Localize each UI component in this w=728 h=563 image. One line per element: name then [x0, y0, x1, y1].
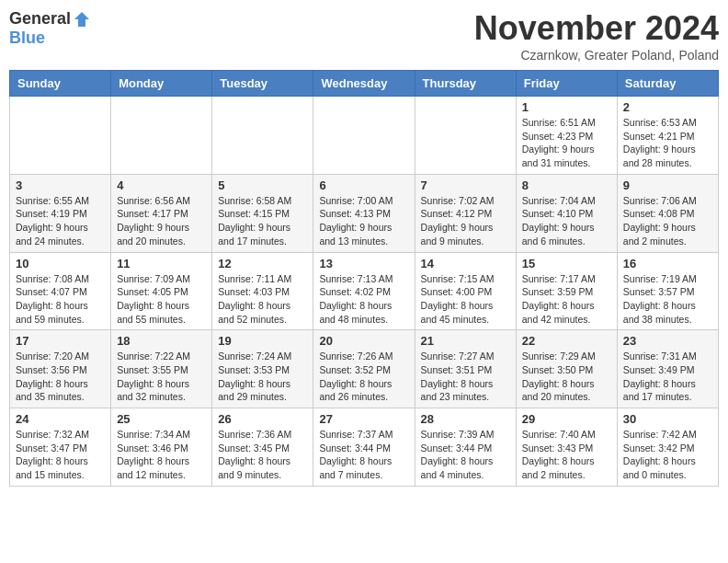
day-number: 12 — [218, 257, 307, 270]
day-info: Sunrise: 7:02 AMSunset: 4:12 PMDaylight:… — [421, 194, 510, 248]
calendar-cell: 5Sunrise: 6:58 AMSunset: 4:15 PMDaylight… — [212, 174, 313, 252]
calendar-week-3: 10Sunrise: 7:08 AMSunset: 4:07 PMDayligh… — [10, 252, 719, 330]
day-number: 24 — [16, 412, 105, 426]
header-tuesday: Tuesday — [212, 71, 313, 97]
day-number: 16 — [623, 257, 712, 270]
calendar-cell — [111, 97, 212, 175]
calendar-cell — [415, 97, 516, 175]
header-saturday: Saturday — [617, 71, 718, 97]
header-wednesday: Wednesday — [313, 71, 415, 97]
day-number: 10 — [16, 257, 105, 270]
svg-marker-0 — [74, 12, 89, 27]
calendar-cell: 27Sunrise: 7:37 AMSunset: 3:44 PMDayligh… — [313, 408, 415, 487]
calendar-cell: 6Sunrise: 7:00 AMSunset: 4:13 PMDaylight… — [313, 174, 415, 252]
day-info: Sunrise: 6:55 AMSunset: 4:19 PMDaylight:… — [16, 194, 105, 248]
header-monday: Monday — [111, 71, 212, 97]
day-info: Sunrise: 7:37 AMSunset: 3:44 PMDaylight:… — [319, 428, 408, 482]
day-number: 17 — [16, 334, 105, 348]
header-thursday: Thursday — [415, 71, 516, 97]
day-number: 20 — [319, 334, 408, 348]
calendar-body: 1Sunrise: 6:51 AMSunset: 4:23 PMDaylight… — [10, 97, 719, 487]
day-number: 13 — [319, 257, 408, 270]
day-number: 15 — [522, 257, 611, 270]
day-info: Sunrise: 6:56 AMSunset: 4:17 PMDaylight:… — [117, 194, 206, 248]
day-number: 9 — [623, 178, 712, 192]
calendar-cell: 24Sunrise: 7:32 AMSunset: 3:47 PMDayligh… — [10, 408, 111, 487]
calendar-cell: 22Sunrise: 7:29 AMSunset: 3:50 PMDayligh… — [516, 330, 617, 408]
day-info: Sunrise: 7:15 AMSunset: 4:00 PMDaylight:… — [421, 272, 510, 327]
calendar-cell: 20Sunrise: 7:26 AMSunset: 3:52 PMDayligh… — [313, 330, 415, 408]
calendar-cell: 21Sunrise: 7:27 AMSunset: 3:51 PMDayligh… — [415, 330, 516, 408]
calendar-cell: 13Sunrise: 7:13 AMSunset: 4:02 PMDayligh… — [313, 252, 415, 330]
header-friday: Friday — [516, 71, 617, 97]
day-number: 14 — [421, 257, 510, 270]
calendar-cell: 23Sunrise: 7:31 AMSunset: 3:49 PMDayligh… — [617, 330, 718, 408]
day-number: 8 — [522, 178, 611, 192]
day-info: Sunrise: 7:42 AMSunset: 3:42 PMDaylight:… — [623, 428, 712, 482]
day-number: 19 — [218, 334, 307, 348]
calendar-cell: 1Sunrise: 6:51 AMSunset: 4:23 PMDaylight… — [516, 97, 617, 175]
day-info: Sunrise: 7:08 AMSunset: 4:07 PMDaylight:… — [16, 272, 105, 327]
day-number: 26 — [218, 412, 307, 426]
day-number: 18 — [117, 334, 206, 348]
day-info: Sunrise: 7:19 AMSunset: 3:57 PMDaylight:… — [623, 272, 712, 327]
day-info: Sunrise: 7:31 AMSunset: 3:49 PMDaylight:… — [623, 350, 712, 404]
calendar-cell — [212, 97, 313, 175]
calendar-header-row: SundayMondayTuesdayWednesdayThursdayFrid… — [10, 71, 719, 97]
calendar-cell: 11Sunrise: 7:09 AMSunset: 4:05 PMDayligh… — [111, 252, 212, 330]
day-number: 28 — [421, 412, 510, 426]
day-info: Sunrise: 7:00 AMSunset: 4:13 PMDaylight:… — [319, 194, 408, 248]
logo-blue: Blue — [9, 29, 45, 48]
calendar: SundayMondayTuesdayWednesdayThursdayFrid… — [9, 70, 719, 487]
logo-icon — [73, 10, 91, 29]
day-info: Sunrise: 7:20 AMSunset: 3:56 PMDaylight:… — [16, 350, 105, 404]
calendar-cell: 7Sunrise: 7:02 AMSunset: 4:12 PMDaylight… — [415, 174, 516, 252]
day-info: Sunrise: 7:09 AMSunset: 4:05 PMDaylight:… — [117, 272, 206, 327]
calendar-cell: 15Sunrise: 7:17 AMSunset: 3:59 PMDayligh… — [516, 252, 617, 330]
calendar-cell: 30Sunrise: 7:42 AMSunset: 3:42 PMDayligh… — [617, 408, 718, 487]
day-info: Sunrise: 7:32 AMSunset: 3:47 PMDaylight:… — [16, 428, 105, 482]
calendar-week-2: 3Sunrise: 6:55 AMSunset: 4:19 PMDaylight… — [10, 174, 719, 252]
calendar-cell: 8Sunrise: 7:04 AMSunset: 4:10 PMDaylight… — [516, 174, 617, 252]
title-area: November 2024 Czarnkow, Greater Poland, … — [474, 9, 719, 63]
calendar-cell: 26Sunrise: 7:36 AMSunset: 3:45 PMDayligh… — [212, 408, 313, 487]
calendar-week-4: 17Sunrise: 7:20 AMSunset: 3:56 PMDayligh… — [10, 330, 719, 408]
day-number: 6 — [319, 178, 408, 192]
day-number: 30 — [623, 412, 712, 426]
calendar-cell: 18Sunrise: 7:22 AMSunset: 3:55 PMDayligh… — [111, 330, 212, 408]
calendar-cell: 14Sunrise: 7:15 AMSunset: 4:00 PMDayligh… — [415, 252, 516, 330]
location: Czarnkow, Greater Poland, Poland — [474, 48, 719, 63]
day-info: Sunrise: 7:22 AMSunset: 3:55 PMDaylight:… — [117, 350, 206, 404]
day-info: Sunrise: 7:17 AMSunset: 3:59 PMDaylight:… — [522, 272, 611, 327]
calendar-cell: 12Sunrise: 7:11 AMSunset: 4:03 PMDayligh… — [212, 252, 313, 330]
day-info: Sunrise: 7:36 AMSunset: 3:45 PMDaylight:… — [218, 428, 307, 482]
day-info: Sunrise: 7:29 AMSunset: 3:50 PMDaylight:… — [522, 350, 611, 404]
day-number: 27 — [319, 412, 408, 426]
calendar-cell: 19Sunrise: 7:24 AMSunset: 3:53 PMDayligh… — [212, 330, 313, 408]
calendar-cell: 25Sunrise: 7:34 AMSunset: 3:46 PMDayligh… — [111, 408, 212, 487]
calendar-cell: 9Sunrise: 7:06 AMSunset: 4:08 PMDaylight… — [617, 174, 718, 252]
day-number: 5 — [218, 178, 307, 192]
day-number: 22 — [522, 334, 611, 348]
calendar-cell — [313, 97, 415, 175]
day-info: Sunrise: 7:06 AMSunset: 4:08 PMDaylight:… — [623, 194, 712, 248]
day-info: Sunrise: 6:51 AMSunset: 4:23 PMDaylight:… — [522, 116, 611, 170]
day-number: 3 — [16, 178, 105, 192]
day-number: 2 — [623, 100, 712, 114]
calendar-cell: 28Sunrise: 7:39 AMSunset: 3:44 PMDayligh… — [415, 408, 516, 487]
day-number: 25 — [117, 412, 206, 426]
calendar-cell: 3Sunrise: 6:55 AMSunset: 4:19 PMDaylight… — [10, 174, 111, 252]
day-number: 23 — [623, 334, 712, 348]
month-title: November 2024 — [474, 9, 719, 48]
calendar-cell: 17Sunrise: 7:20 AMSunset: 3:56 PMDayligh… — [10, 330, 111, 408]
day-number: 21 — [421, 334, 510, 348]
day-info: Sunrise: 7:13 AMSunset: 4:02 PMDaylight:… — [319, 272, 408, 327]
calendar-cell — [10, 97, 111, 175]
day-number: 29 — [522, 412, 611, 426]
calendar-cell: 2Sunrise: 6:53 AMSunset: 4:21 PMDaylight… — [617, 97, 718, 175]
day-info: Sunrise: 6:53 AMSunset: 4:21 PMDaylight:… — [623, 116, 712, 170]
calendar-cell: 4Sunrise: 6:56 AMSunset: 4:17 PMDaylight… — [111, 174, 212, 252]
day-number: 4 — [117, 178, 206, 192]
day-number: 7 — [421, 178, 510, 192]
calendar-cell: 16Sunrise: 7:19 AMSunset: 3:57 PMDayligh… — [617, 252, 718, 330]
